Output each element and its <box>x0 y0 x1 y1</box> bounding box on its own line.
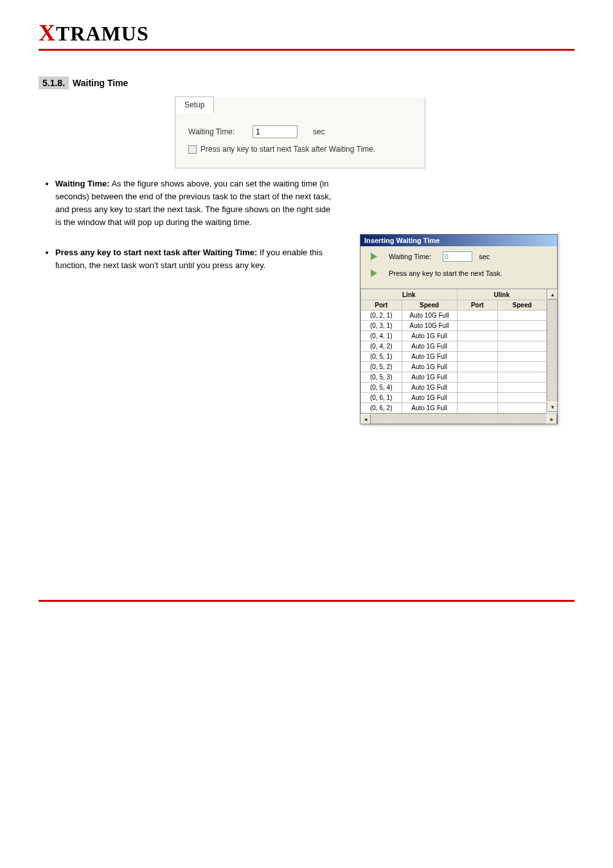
cell-port: (0, 6, 1) <box>361 393 402 403</box>
table-row: (0, 6, 1)Auto 1G Full <box>361 393 547 403</box>
cell-speed-empty <box>498 321 547 331</box>
cell-speed-empty <box>498 403 547 413</box>
vertical-scrollbar[interactable]: ▲ ▼ <box>547 289 557 412</box>
cell-speed-empty <box>498 372 547 383</box>
cell-port: (0, 5, 2) <box>361 362 402 372</box>
table-row: (0, 4, 1)Auto 1G Full <box>361 331 547 341</box>
cell-port-empty <box>457 321 498 331</box>
press-key-checkbox-label: Press any key to start next Task after W… <box>200 145 375 154</box>
arrow-right-icon <box>371 253 377 260</box>
popup-waiting-label: Waiting Time: <box>389 253 431 260</box>
cell-speed: Auto 10G Full <box>402 311 457 321</box>
col-header-speed: Speed <box>402 300 457 311</box>
cell-port-empty <box>457 362 498 372</box>
popup-waiting-input[interactable] <box>443 251 472 262</box>
section-heading: 5.1.8.Waiting Time <box>39 78 574 88</box>
list-item: Waiting Time: As the figure shows above,… <box>55 177 338 230</box>
waiting-time-input[interactable] <box>253 125 298 138</box>
cell-speed-empty <box>498 383 547 393</box>
cell-speed: Auto 1G Full <box>402 383 457 393</box>
cell-port-empty <box>457 311 498 321</box>
cell-speed-empty <box>498 341 547 352</box>
link-table: Link Ulink Port Speed Port Speed (0, 2, … <box>360 289 547 413</box>
cell-speed: Auto 1G Full <box>402 372 457 383</box>
waiting-time-label: Waiting Time: <box>188 127 253 136</box>
cell-speed: Auto 1G Full <box>402 341 457 352</box>
cell-port: (0, 3, 1) <box>361 321 402 331</box>
popup-instruction: Press any key to start the next Task. <box>389 269 553 277</box>
header-rule <box>39 49 574 51</box>
table-row: (0, 6, 2)Auto 1G Full <box>361 403 547 413</box>
col-header-port: Port <box>457 300 498 311</box>
cell-port: (0, 5, 3) <box>361 372 402 383</box>
cell-speed: Auto 1G Full <box>402 331 457 341</box>
cell-speed: Auto 1G Full <box>402 362 457 372</box>
cell-speed: Auto 1G Full <box>402 352 457 362</box>
table-row: (0, 5, 2)Auto 1G Full <box>361 362 547 372</box>
logo-x: X <box>39 20 56 46</box>
waiting-time-popup: Inserting Waiting Time Waiting Time: sec… <box>360 234 558 424</box>
cell-port: (0, 5, 1) <box>361 352 402 362</box>
cell-port-empty <box>457 341 498 352</box>
cell-port-empty <box>457 331 498 341</box>
footer-rule <box>39 600 574 602</box>
cell-port-empty <box>457 403 498 413</box>
table-row: (0, 5, 1)Auto 1G Full <box>361 352 547 362</box>
col-header-ulink: Ulink <box>457 290 546 300</box>
scroll-right-icon[interactable]: ► <box>547 414 557 424</box>
scroll-left-icon[interactable]: ◄ <box>360 414 371 424</box>
press-key-checkbox[interactable] <box>188 145 197 154</box>
cell-speed: Auto 1G Full <box>402 403 457 413</box>
arrow-right-icon <box>371 269 377 277</box>
cell-speed-empty <box>498 393 547 403</box>
cell-port-empty <box>457 383 498 393</box>
cell-port-empty <box>457 393 498 403</box>
col-header-port: Port <box>361 300 402 311</box>
cell-port: (0, 4, 1) <box>361 331 402 341</box>
cell-port-empty <box>457 352 498 362</box>
cell-speed-empty <box>498 311 547 321</box>
cell-port: (0, 5, 4) <box>361 383 402 393</box>
setup-panel: Setup Waiting Time: sec Press any key to… <box>175 97 425 168</box>
cell-speed-empty <box>498 352 547 362</box>
section-title-text: Waiting Time <box>73 78 128 88</box>
sec-label: sec <box>313 127 325 136</box>
bullet-bold: Press any key to start next task after W… <box>55 248 257 257</box>
popup-titlebar: Inserting Waiting Time <box>360 235 557 246</box>
list-item: Press any key to start next task after W… <box>55 246 338 272</box>
table-row: (0, 4, 2)Auto 1G Full <box>361 341 547 352</box>
cell-port-empty <box>457 372 498 383</box>
cell-port: (0, 6, 2) <box>361 403 402 413</box>
scroll-up-icon[interactable]: ▲ <box>547 289 558 300</box>
horizontal-scrollbar[interactable]: ◄ ► <box>360 413 557 424</box>
cell-port: (0, 2, 1) <box>361 311 402 321</box>
popup-sec-label: sec <box>479 253 490 260</box>
cell-speed-empty <box>498 331 547 341</box>
setup-tab[interactable]: Setup <box>175 96 214 113</box>
link-table-wrap: Link Ulink Port Speed Port Speed (0, 2, … <box>360 289 557 424</box>
cell-speed: Auto 10G Full <box>402 321 457 331</box>
brand-logo: XTRAMUS <box>39 19 574 46</box>
table-row: (0, 5, 3)Auto 1G Full <box>361 372 547 383</box>
col-header-speed: Speed <box>498 300 547 311</box>
section-number: 5.1.8. <box>39 77 69 89</box>
cell-speed: Auto 1G Full <box>402 393 457 403</box>
table-row: (0, 3, 1)Auto 10G Full <box>361 321 547 331</box>
cell-port: (0, 4, 2) <box>361 341 402 352</box>
table-row: (0, 2, 1)Auto 10G Full <box>361 311 547 321</box>
bullet-bold: Waiting Time: <box>55 179 110 188</box>
logo-rest: TRAMUS <box>56 22 149 45</box>
cell-speed-empty <box>498 362 547 372</box>
scroll-down-icon[interactable]: ▼ <box>547 402 558 412</box>
table-row: (0, 5, 4)Auto 1G Full <box>361 383 547 393</box>
col-header-link: Link <box>361 290 458 300</box>
